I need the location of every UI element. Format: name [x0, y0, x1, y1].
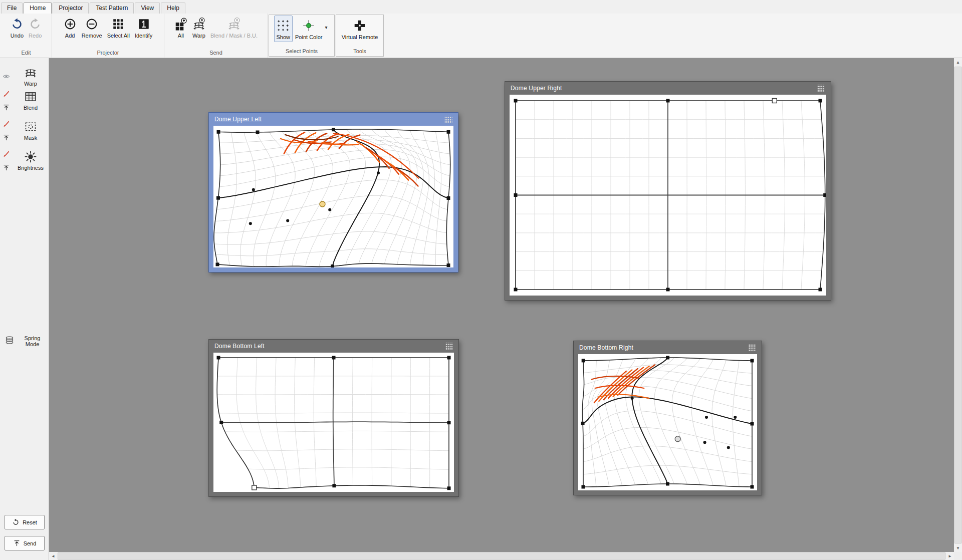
tab-test-pattern[interactable]: Test Pattern: [90, 3, 134, 14]
tab-view[interactable]: View: [135, 3, 160, 14]
warp-mesh[interactable]: [213, 126, 453, 267]
bypass-mask-icon[interactable]: [3, 120, 10, 128]
scroll-left-button[interactable]: ◄: [49, 552, 57, 560]
send-icon: [13, 539, 21, 547]
tab-help[interactable]: Help: [161, 3, 185, 14]
spring-icon: [4, 335, 15, 348]
scroll-right-button[interactable]: ►: [946, 552, 954, 560]
undo-label: Undo: [11, 33, 24, 39]
vertical-scrollbar[interactable]: ▲ ▼: [954, 58, 962, 552]
send-all-label: All: [178, 33, 184, 39]
reset-button[interactable]: Reset: [5, 515, 45, 529]
sidebar-item-warp[interactable]: Warp: [12, 66, 49, 87]
group-label-select-points: Select Points: [270, 47, 333, 56]
window-titlebar[interactable]: Dome Upper Right: [510, 82, 826, 95]
window-grid-menu-icon[interactable]: [817, 85, 825, 92]
select-all-label: Select All: [107, 33, 130, 39]
projector-window-dome-bottom-left[interactable]: Dome Bottom Left: [208, 339, 459, 497]
app-window: File Home Projector Test Pattern View He…: [0, 0, 962, 560]
projector-window-dome-upper-left[interactable]: Dome Upper Left: [208, 112, 458, 272]
warp-view[interactable]: [213, 126, 453, 267]
point-color-button[interactable]: Point Color: [293, 16, 325, 42]
v-scroll-track[interactable]: [954, 66, 962, 544]
tab-file[interactable]: File: [1, 3, 23, 14]
identify-label: Identify: [135, 33, 152, 39]
group-label-edit: Edit: [2, 49, 51, 58]
window-titlebar[interactable]: Dome Bottom Right: [578, 341, 757, 354]
send-blend-mask-bu-button[interactable]: Blend / Mask / B.U.: [208, 14, 260, 41]
virtual-remote-button[interactable]: Virtual Remote: [339, 16, 381, 42]
warp-view[interactable]: [213, 353, 454, 492]
warp-mesh[interactable]: [213, 353, 454, 492]
workspace-canvas[interactable]: Dome Upper Left Dome Upper Right Dome Bo…: [49, 58, 954, 552]
brightness-label: Brightness: [18, 165, 44, 171]
window-title: Dome Upper Right: [511, 85, 562, 92]
tab-home[interactable]: Home: [24, 3, 52, 14]
scroll-up-button[interactable]: ▲: [954, 58, 962, 66]
warp-visibility-eye-icon[interactable]: [3, 73, 10, 80]
horizontal-scrollbar[interactable]: ◄ ►: [49, 552, 954, 560]
warp-mesh[interactable]: [510, 95, 826, 296]
window-titlebar[interactable]: Dome Upper Left: [213, 113, 453, 126]
scroll-down-button[interactable]: ▼: [954, 544, 962, 552]
scrollbar-corner: [954, 552, 962, 560]
h-scroll-thumb[interactable]: [58, 552, 945, 559]
window-grid-menu-icon[interactable]: [445, 343, 453, 350]
ribbon: File Home Projector Test Pattern View He…: [0, 0, 962, 58]
group-label-send: Send: [165, 49, 267, 58]
identify-button[interactable]: Identify: [132, 14, 155, 41]
brightness-row: Brightness: [0, 150, 49, 171]
window-title: Dome Bottom Left: [214, 343, 265, 350]
send-blend-mask-bu-label: Blend / Mask / B.U.: [210, 33, 258, 39]
point-color-dropdown-arrow[interactable]: ▾: [325, 16, 329, 30]
send-blend-icon[interactable]: [3, 104, 10, 111]
mask-icon: [24, 120, 37, 133]
show-points-toggle[interactable]: Show: [274, 16, 293, 42]
warp-mesh[interactable]: [578, 354, 757, 490]
send-brightness-icon[interactable]: [3, 164, 10, 171]
send-label: Send: [24, 540, 37, 546]
point-color-label: Point Color: [295, 34, 322, 40]
blend-mask-bu-icon: [227, 18, 241, 31]
window-grid-menu-icon[interactable]: [444, 116, 452, 123]
window-titlebar[interactable]: Dome Bottom Left: [213, 340, 454, 353]
projector-window-dome-bottom-right[interactable]: Dome Bottom Right: [573, 341, 762, 495]
warp-view[interactable]: [578, 354, 757, 490]
add-projector-button[interactable]: Add: [61, 14, 79, 41]
send-mask-icon[interactable]: [3, 134, 10, 141]
warp-label: Warp: [24, 81, 37, 87]
sidebar-item-blend[interactable]: Blend: [12, 90, 49, 111]
undo-button[interactable]: Undo: [8, 14, 26, 41]
tab-projector[interactable]: Projector: [53, 3, 89, 14]
redo-button[interactable]: Redo: [26, 14, 44, 41]
virtual-remote-icon: [353, 19, 366, 32]
spring-mode-toggle[interactable]: Spring Mode: [4, 335, 47, 348]
bypass-blend-icon[interactable]: [3, 90, 10, 98]
v-scroll-thumb[interactable]: [954, 67, 961, 543]
show-points-icon: [277, 19, 290, 32]
sidebar-item-brightness[interactable]: Brightness: [12, 150, 49, 171]
redo-label: Redo: [29, 33, 42, 39]
window-title: Dome Upper Left: [214, 116, 262, 123]
select-all-button[interactable]: Select All: [105, 14, 132, 41]
remove-label: Remove: [82, 33, 102, 39]
reset-icon: [12, 518, 20, 526]
spring-mode-label: Spring Mode: [18, 335, 47, 347]
h-scroll-track[interactable]: [57, 552, 946, 560]
sidebar-item-mask[interactable]: Mask: [12, 120, 49, 141]
send-all-button[interactable]: All: [172, 14, 190, 41]
bypass-brightness-icon[interactable]: [3, 150, 10, 158]
remove-projector-button[interactable]: Remove: [79, 14, 105, 41]
send-warp-button[interactable]: Warp: [190, 14, 208, 41]
send-button[interactable]: Send: [5, 536, 45, 550]
projector-window-dome-upper-right[interactable]: Dome Upper Right: [505, 81, 831, 301]
identify-icon: [137, 18, 150, 31]
ribbon-toolbar: Undo Redo Edit Add: [0, 14, 962, 58]
menu-bar: File Home Projector Test Pattern View He…: [0, 0, 962, 14]
blend-row: Blend: [0, 90, 49, 111]
warp-view[interactable]: [510, 95, 826, 296]
warp-row: Warp: [0, 66, 49, 87]
blend-icon: [24, 90, 37, 103]
window-grid-menu-icon[interactable]: [748, 344, 756, 352]
ribbon-group-projector: Add Remove Select All Identify: [52, 14, 164, 58]
